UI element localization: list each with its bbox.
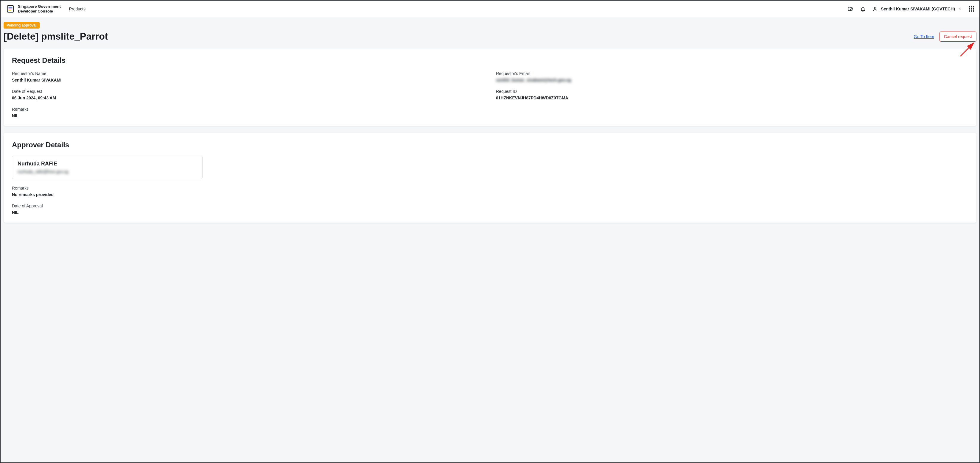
page-title: [Delete] pmslite_Parrot <box>3 31 108 42</box>
approver-details-card: Approver Details Nurhuda RAFIE nurhuda_r… <box>3 133 977 223</box>
refresh-folder-icon[interactable] <box>848 6 853 12</box>
field-value: No remarks provided <box>12 192 968 197</box>
field-value: 06 Jun 2024, 09:43 AM <box>12 95 484 100</box>
header-left: Singapore Government Developer Console P… <box>6 4 86 13</box>
approver-box: Nurhuda RAFIE nurhuda_rafie@hive.gov.sg <box>12 155 202 179</box>
field-label: Remarks <box>12 186 968 190</box>
field-value: Senthil Kumar SIVAKAMI <box>12 78 484 82</box>
field-approver-remarks: Remarks No remarks provided <box>12 186 968 197</box>
apps-launcher-icon[interactable] <box>969 6 974 12</box>
request-details-heading: Request Details <box>12 56 968 65</box>
field-value: senthil_kumar_sivakami@tech.gov.sg <box>496 78 968 82</box>
field-value: NIL <box>12 113 484 118</box>
field-value: 01HZNKEVNJH87PD4HWD0Z0TGMA <box>496 95 968 100</box>
logo-icon <box>6 5 15 13</box>
approver-email: nurhuda_rafie@hive.gov.sg <box>18 169 197 174</box>
field-date-of-request: Date of Request 06 Jun 2024, 09:43 AM <box>12 89 484 100</box>
field-request-id: Request ID 01HZNKEVNJH87PD4HWD0Z0TGMA <box>496 89 968 100</box>
page-content: Pending approval [Delete] pmslite_Parrot… <box>1 17 979 223</box>
go-to-item-link[interactable]: Go To Item <box>914 34 934 39</box>
field-label: Request ID <box>496 89 968 94</box>
app-header: Singapore Government Developer Console P… <box>1 1 979 17</box>
svg-rect-1 <box>8 8 12 9</box>
field-request-remarks: Remarks NIL <box>12 107 484 118</box>
status-badge: Pending approval <box>3 22 40 29</box>
title-actions: Go To Item Cancel request <box>914 32 977 42</box>
notifications-icon[interactable] <box>860 6 866 12</box>
field-label: Requestor's Email <box>496 71 968 76</box>
app-name: Singapore Government Developer Console <box>18 4 61 13</box>
svg-point-3 <box>874 7 876 9</box>
field-label: Date of Request <box>12 89 484 94</box>
cancel-request-button[interactable]: Cancel request <box>940 32 977 42</box>
title-row: [Delete] pmslite_Parrot Go To Item Cance… <box>3 31 977 42</box>
request-details-card: Request Details Requestor's Name Senthil… <box>3 49 977 126</box>
nav-products[interactable]: Products <box>69 6 86 11</box>
user-name-label: Senthil Kumar SIVAKAMI (GOVTECH) <box>881 6 955 11</box>
field-date-of-approval: Date of Approval NIL <box>12 203 968 215</box>
approver-name: Nurhuda RAFIE <box>18 161 197 167</box>
user-icon <box>872 6 878 12</box>
user-menu[interactable]: Senthil Kumar SIVAKAMI (GOVTECH) <box>872 6 962 12</box>
field-requestor-name: Requestor's Name Senthil Kumar SIVAKAMI <box>12 71 484 82</box>
svg-rect-0 <box>8 7 12 8</box>
field-requestor-email: Requestor's Email senthil_kumar_sivakami… <box>496 71 968 82</box>
header-right: Senthil Kumar SIVAKAMI (GOVTECH) <box>848 6 974 12</box>
chevron-down-icon <box>958 7 962 11</box>
approver-details-heading: Approver Details <box>12 141 968 149</box>
field-value: NIL <box>12 210 968 215</box>
svg-rect-2 <box>8 10 11 10</box>
field-label: Remarks <box>12 107 484 112</box>
field-label: Date of Approval <box>12 203 968 208</box>
app-logo[interactable]: Singapore Government Developer Console <box>6 4 61 13</box>
field-label: Requestor's Name <box>12 71 484 76</box>
